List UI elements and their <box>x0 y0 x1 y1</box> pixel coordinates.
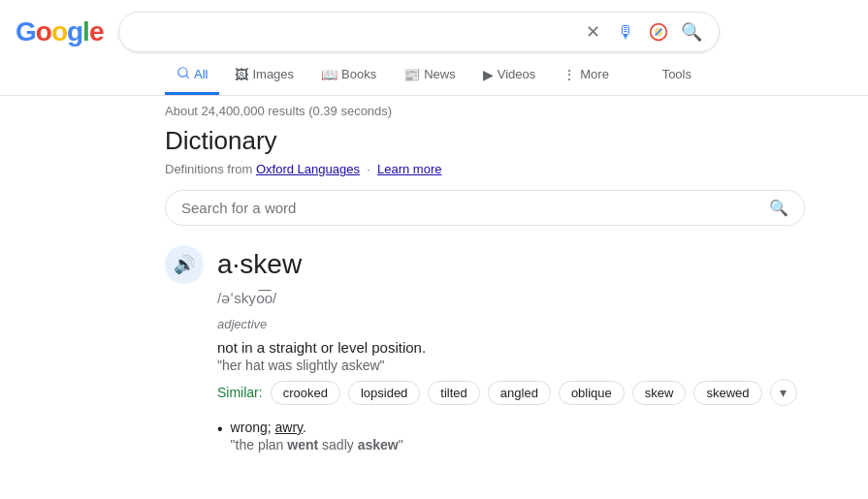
tab-more[interactable]: ⋮ More <box>551 57 621 95</box>
similar-words-row: Similar: crooked lopsided tilted angled … <box>217 379 868 406</box>
word-search-box: 🔍 <box>165 190 805 226</box>
voice-search-button[interactable]: 🎙 <box>614 20 637 44</box>
images-icon: 🖼 <box>235 67 248 82</box>
tab-images[interactable]: 🖼 Images <box>223 57 305 95</box>
dictionary-section: Dictionary Definitions from Oxford Langu… <box>0 126 868 452</box>
definition-text: not in a straight or level position. <box>217 339 868 356</box>
similar-chip-skew[interactable]: skew <box>632 381 687 405</box>
dictionary-title: Dictionary <box>165 126 868 156</box>
lens-button[interactable] <box>647 20 670 44</box>
bullet-entry: • wrong; awry. "the plan went sadly aske… <box>217 420 868 452</box>
lens-icon <box>649 22 668 42</box>
tab-more-label: More <box>580 67 609 81</box>
tab-books-label: Books <box>341 67 376 81</box>
logo-letter-g2: g <box>67 16 82 47</box>
definition-example: "her hat was slightly askew" <box>217 358 868 373</box>
tab-all[interactable]: All <box>165 56 219 95</box>
books-icon: 📖 <box>321 67 338 82</box>
bullet-period: . <box>303 420 306 435</box>
results-count: About 24,400,000 results (0.39 seconds) <box>0 96 868 126</box>
phonetic: /əˈskyo͞o/ <box>217 290 868 307</box>
search-go-icon: 🔍 <box>681 21 702 43</box>
search-button[interactable]: 🔍 <box>680 20 703 44</box>
tab-news-label: News <box>424 67 456 81</box>
clear-button[interactable]: ✕ <box>581 20 604 44</box>
awry-link[interactable]: awry <box>275 420 304 435</box>
similar-chip-oblique[interactable]: oblique <box>559 381 625 405</box>
definition-block: not in a straight or level position. "he… <box>217 339 868 373</box>
similar-label: Similar: <box>217 385 263 400</box>
svg-line-3 <box>186 76 189 78</box>
logo-letter-e: e <box>89 16 104 47</box>
logo-letter-o2: o <box>51 16 67 47</box>
bullet-example: "the plan went sadly askew" <box>231 437 403 452</box>
tab-videos-label: Videos <box>498 67 536 81</box>
tab-news[interactable]: 📰 News <box>392 57 467 95</box>
part-of-speech: adjective <box>217 317 868 331</box>
word-entry: 🔊 a·skew <box>165 245 868 284</box>
bullet-text: wrong; <box>231 420 275 435</box>
all-icon <box>177 66 190 82</box>
nav-tabs: All 🖼 Images 📖 Books 📰 News ▶ Videos ⋮ M… <box>0 52 868 96</box>
similar-chip-skewed[interactable]: skewed <box>693 381 761 405</box>
bullet-point: • <box>217 421 223 438</box>
clear-icon: ✕ <box>586 21 600 43</box>
results-count-text: About 24,400,000 results (0.39 seconds) <box>165 104 392 118</box>
word-heading: a·skew <box>217 249 302 280</box>
word-search-icon: 🔍 <box>769 199 788 217</box>
more-icon: ⋮ <box>563 67 576 82</box>
google-logo[interactable]: Google <box>16 16 103 47</box>
tab-books[interactable]: 📖 Books <box>309 57 388 95</box>
similar-chip-crooked[interactable]: crooked <box>271 381 340 405</box>
search-bar: askew ✕ 🎙 🔍 <box>118 12 720 52</box>
learn-more-link[interactable]: Learn more <box>377 162 441 176</box>
videos-icon: ▶ <box>483 67 494 82</box>
search-input[interactable]: askew <box>135 23 581 41</box>
similar-chip-angled[interactable]: angled <box>488 381 551 405</box>
logo-letter-o1: o <box>36 16 51 47</box>
expand-similar-button[interactable]: ▾ <box>770 379 797 406</box>
speaker-icon: 🔊 <box>174 254 195 275</box>
tab-all-label: All <box>194 67 208 81</box>
audio-button[interactable]: 🔊 <box>165 245 204 284</box>
tools-button[interactable]: Tools <box>651 57 703 94</box>
oxford-link[interactable]: Oxford Languages <box>256 162 360 176</box>
microphone-icon: 🎙 <box>617 22 634 43</box>
word-search-input[interactable] <box>181 200 769 216</box>
dictionary-source: Definitions from Oxford Languages · Lear… <box>165 162 868 176</box>
similar-chip-lopsided[interactable]: lopsided <box>348 381 420 405</box>
bullet-content: wrong; awry. "the plan went sadly askew" <box>231 420 403 452</box>
similar-chip-tilted[interactable]: tilted <box>428 381 479 405</box>
tab-images-label: Images <box>252 67 294 81</box>
tab-videos[interactable]: ▶ Videos <box>471 57 548 95</box>
source-prefix: Definitions from <box>165 162 252 176</box>
news-icon: 📰 <box>403 67 420 82</box>
logo-letter-g: G <box>16 16 36 47</box>
chevron-down-icon: ▾ <box>780 385 787 400</box>
logo-letter-l: l <box>82 16 89 47</box>
